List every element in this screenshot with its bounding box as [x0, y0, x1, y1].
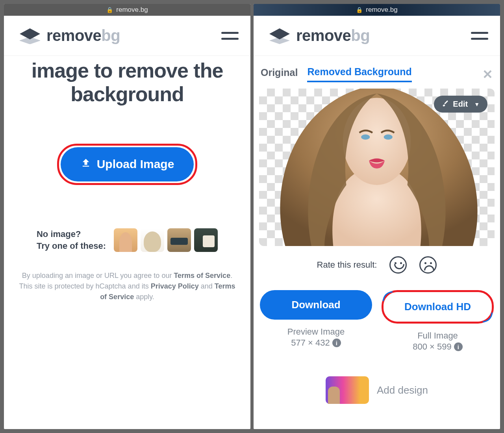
brush-icon	[442, 100, 449, 109]
tab-removed-background[interactable]: Removed Background	[307, 66, 411, 82]
left-main: image to remove the background Upload Im…	[4, 56, 250, 429]
logo-text: removebg	[46, 27, 120, 44]
edit-label: Edit	[453, 100, 468, 109]
right-main: Original Removed Background ✕	[254, 56, 500, 429]
design-card-icon	[326, 376, 369, 404]
logo[interactable]: removebg	[268, 27, 370, 44]
upload-label: Upload Image	[97, 157, 174, 171]
rate-label: Rate this result:	[317, 260, 377, 270]
download-preview-col: Download Preview Image 577 × 432 i	[260, 290, 372, 352]
address-bar: 🔒 remove.bg	[4, 4, 250, 16]
address-bar: 🔒 remove.bg	[254, 4, 500, 16]
legal-text: By uploading an image or URL you agree t…	[4, 252, 250, 302]
site-header: removebg	[254, 16, 500, 56]
url-text: remove.bg	[116, 6, 148, 14]
full-dims: 800 × 599 i	[413, 342, 462, 352]
sample-thumb-mug[interactable]	[194, 228, 218, 252]
preview-dims: 577 × 432 i	[291, 338, 341, 348]
hero-heading: image to remove the background	[4, 56, 250, 106]
upload-icon	[80, 157, 91, 171]
svg-point-7	[384, 135, 393, 140]
result-preview: Edit ▼	[259, 89, 495, 246]
svg-marker-4	[269, 28, 290, 39]
info-icon[interactable]: i	[454, 342, 463, 351]
rate-row: Rate this result:	[259, 256, 495, 274]
download-button[interactable]: Download	[260, 290, 372, 320]
download-hd-button[interactable]: Download HD	[384, 292, 492, 322]
tab-original[interactable]: Original	[261, 67, 298, 81]
try-text: No image? Try one of these:	[37, 228, 106, 253]
add-design-label: Add design	[377, 384, 428, 396]
rate-happy-button[interactable]	[389, 256, 407, 274]
logo-text: removebg	[296, 27, 370, 44]
upload-highlight: Upload Image	[57, 144, 198, 185]
lock-icon: 🔒	[356, 7, 363, 13]
preview-title: Preview Image	[287, 327, 345, 337]
svg-marker-2	[20, 28, 40, 39]
sample-thumb-dog[interactable]	[141, 228, 164, 252]
add-design-row[interactable]: Add design	[259, 376, 495, 404]
privacy-policy-link[interactable]: Privacy Policy	[151, 282, 199, 290]
download-row: Download Preview Image 577 × 432 i Downl…	[259, 290, 495, 352]
menu-icon[interactable]	[471, 30, 488, 42]
edit-button[interactable]: Edit ▼	[434, 96, 487, 113]
result-tabs: Original Removed Background ✕	[259, 56, 495, 86]
chevron-down-icon: ▼	[474, 101, 480, 107]
upload-image-button[interactable]: Upload Image	[61, 147, 194, 181]
logo-mark-icon	[18, 28, 42, 44]
download-hd-highlight: Download HD	[382, 290, 494, 324]
rate-sad-button[interactable]	[419, 256, 437, 274]
download-hd-col: Download HD Full Image 800 × 599 i	[382, 290, 494, 352]
full-title: Full Image	[417, 331, 458, 341]
logo[interactable]: removebg	[18, 27, 120, 44]
site-header: removebg	[4, 16, 250, 56]
url-text: remove.bg	[366, 6, 397, 14]
lock-icon: 🔒	[106, 7, 113, 13]
svg-point-6	[361, 135, 370, 140]
try-samples-row: No image? Try one of these:	[21, 228, 233, 253]
sample-thumb-person[interactable]	[114, 228, 137, 252]
screenshot-left: 🔒 remove.bg removebg image to remove the…	[4, 4, 250, 429]
info-icon[interactable]: i	[332, 339, 341, 347]
screenshot-right: 🔒 remove.bg removebg Original Removed Ba…	[254, 4, 500, 429]
tos-link[interactable]: Terms of Service	[174, 272, 230, 279]
sample-thumbnails	[114, 228, 218, 252]
menu-icon[interactable]	[221, 30, 239, 42]
logo-mark-icon	[268, 28, 291, 44]
sample-thumb-car[interactable]	[167, 228, 191, 252]
close-icon[interactable]: ✕	[482, 67, 493, 82]
